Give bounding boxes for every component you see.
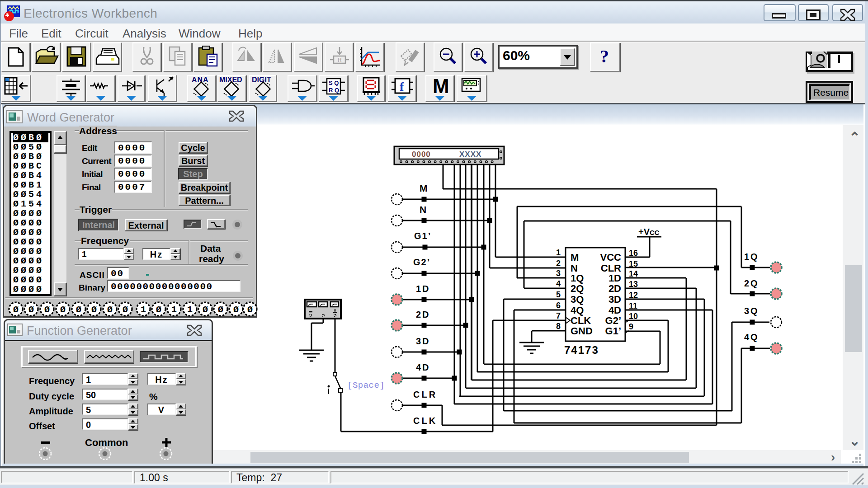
svg-text:Ø: Ø [247, 305, 253, 315]
svg-text:3Q: 3Q [744, 306, 759, 316]
svg-text:2Q: 2Q [744, 278, 759, 288]
svg-text:2Q: 2Q [571, 283, 584, 294]
svg-text:2D: 2D [416, 310, 430, 319]
svg-text:2D: 2D [609, 283, 621, 294]
svg-text:Ø: Ø [44, 305, 50, 315]
svg-text:M: M [420, 183, 429, 193]
svg-text:1: 1 [141, 305, 146, 315]
svg-text:GND: GND [571, 325, 593, 337]
svg-text:CLK: CLK [571, 315, 591, 326]
svg-text:1: 1 [556, 248, 561, 257]
svg-text:CLR: CLR [413, 389, 437, 399]
svg-text:12: 12 [629, 291, 638, 300]
svg-text:15: 15 [629, 259, 638, 268]
svg-text:Ø: Ø [218, 305, 223, 315]
svg-text:Ø: Ø [233, 305, 239, 315]
svg-text:Ø: Ø [123, 305, 128, 315]
svg-text:1Q: 1Q [744, 252, 759, 262]
svg-text:G2’: G2’ [605, 315, 621, 326]
svg-text:Ø: Ø [28, 305, 34, 315]
svg-text:Ø: Ø [107, 305, 113, 315]
svg-text:1: 1 [187, 305, 193, 315]
svg-text:[Space]: [Space] [347, 380, 385, 390]
svg-text:0000: 0000 [412, 150, 431, 159]
svg-text:1D: 1D [609, 272, 621, 284]
svg-text:3D: 3D [416, 336, 430, 346]
svg-text:6: 6 [556, 301, 561, 310]
svg-text:2: 2 [556, 259, 561, 268]
svg-text:VCC: VCC [600, 252, 622, 263]
svg-text:13: 13 [629, 280, 638, 289]
svg-text:1Q: 1Q [571, 272, 584, 284]
svg-text:14: 14 [629, 269, 638, 278]
svg-text:3: 3 [556, 269, 561, 278]
svg-text:XXXX: XXXX [459, 150, 481, 159]
svg-text:M: M [571, 252, 579, 263]
svg-text:Ø: Ø [13, 305, 19, 315]
svg-text:5: 5 [556, 290, 561, 299]
svg-text:10: 10 [629, 312, 638, 321]
svg-text:G2’: G2’ [413, 257, 430, 267]
svg-text:4: 4 [556, 279, 561, 288]
svg-text:3Q: 3Q [571, 294, 584, 305]
svg-text:Ø: Ø [91, 305, 97, 315]
svg-text:3D: 3D [609, 294, 621, 305]
svg-text:4Q: 4Q [744, 332, 759, 342]
svg-text:G1’: G1’ [605, 325, 621, 337]
svg-text:8: 8 [556, 322, 561, 331]
svg-text:9: 9 [629, 322, 633, 331]
svg-text:Ø: Ø [76, 305, 81, 315]
svg-text:+VCC: +VCC [638, 227, 660, 237]
svg-text:Ø: Ø [60, 305, 66, 315]
svg-text:CLK: CLK [413, 416, 437, 426]
svg-text:4D: 4D [416, 362, 430, 372]
svg-text:11: 11 [629, 301, 637, 310]
svg-text:74173: 74173 [564, 344, 599, 356]
svg-text:4Q: 4Q [571, 305, 584, 316]
svg-text:Ø: Ø [156, 305, 161, 315]
svg-text:16: 16 [629, 249, 638, 258]
svg-text:1: 1 [171, 305, 177, 315]
svg-text:4D: 4D [609, 305, 621, 316]
svg-text:1D: 1D [416, 284, 430, 294]
svg-text:Ø: Ø [203, 305, 208, 315]
svg-text:7: 7 [556, 311, 561, 320]
svg-text:G1’: G1’ [414, 231, 431, 241]
svg-text:N: N [420, 204, 428, 215]
